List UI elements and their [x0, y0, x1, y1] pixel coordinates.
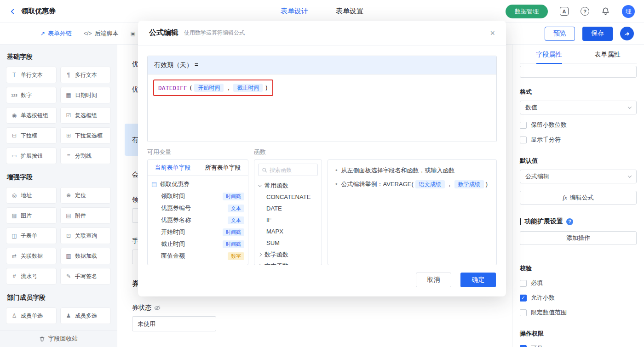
header-nav-tab[interactable]: 表单设置 — [336, 7, 363, 16]
function-search-input[interactable] — [270, 167, 314, 173]
formula-arg-pill[interactable]: 截止时间 — [233, 84, 263, 92]
checkbox[interactable] — [520, 295, 527, 301]
formula-editor: 有效期（天） = DATEDIFF ( 开始时间 ， 截止时间 ) — [147, 56, 497, 142]
toolbar-link[interactable]: </> 后端脚本 — [84, 29, 118, 38]
field-library-item[interactable]: 123 数字 — [6, 87, 57, 103]
section-bar — [520, 218, 521, 225]
modal-footer: 取消 确定 — [416, 273, 496, 287]
field-library-item[interactable]: ≡ 分割线 — [60, 148, 111, 164]
checkbox[interactable] — [520, 345, 527, 347]
function-item[interactable]: MAPX — [254, 226, 322, 237]
add-operation-button[interactable]: 添加操作 — [520, 231, 637, 245]
field-library-item[interactable]: ♙ 成员单选 — [6, 307, 57, 324]
function-group[interactable]: 数学函数 — [254, 249, 322, 260]
validation-option-row[interactable]: 限定数值范围 — [520, 308, 637, 317]
formula-arg-pill[interactable]: 开始时间 — [194, 84, 224, 92]
notification-bell-icon[interactable] — [601, 7, 610, 16]
field-library-item[interactable]: # 流水号 — [6, 268, 57, 284]
variable-row[interactable]: 优惠券名称 文本 — [151, 214, 244, 226]
variable-row[interactable]: 优惠券编号 文本 — [151, 202, 244, 214]
field-library-item[interactable]: ⇄ 关联数据 — [6, 248, 57, 264]
formula-content-area[interactable]: DATEDIFF ( 开始时间 ， 截止时间 ) — [148, 74, 496, 142]
help-icon[interactable]: ? — [581, 7, 589, 16]
variable-row[interactable]: 面值金额 数字 — [151, 250, 244, 262]
field-library-item[interactable]: ◎ 地址 — [6, 187, 57, 204]
default-value-select[interactable]: 公式编辑 — [520, 170, 637, 183]
bullet-icon — [335, 166, 338, 175]
data-manage-button[interactable]: 数据管理 — [506, 5, 548, 18]
validation-option-row[interactable]: 必填 — [520, 279, 637, 287]
validation-option-row[interactable]: 允许小数 — [520, 294, 637, 302]
variable-type-tag: 文本 — [228, 205, 244, 212]
field-library-item[interactable]: ♟ 成员多选 — [60, 307, 111, 324]
formula-target-label: 有效期（天） = — [148, 56, 496, 74]
preview-button[interactable]: 预览 — [545, 27, 575, 41]
permission-label: 操作权限 — [520, 330, 637, 338]
field-library-item[interactable]: ◫ 子表单 — [6, 228, 57, 244]
properties-tab[interactable]: 表单属性 — [578, 45, 637, 63]
variable-row[interactable]: 截止时间 时间戳 — [151, 238, 244, 250]
edit-formula-button[interactable]: fx 编辑公式 — [520, 191, 637, 205]
variable-row[interactable]: 开始时间 时间戳 — [151, 226, 244, 238]
format-option-row[interactable]: 保留小数位数 — [520, 121, 637, 129]
field-library-item[interactable]: ◉ 单选按钮组 — [6, 107, 57, 124]
toolbar-link[interactable]: ↗ 表单外链 — [40, 29, 72, 38]
close-icon[interactable]: × — [490, 29, 495, 37]
question-help-icon[interactable]: ? — [566, 218, 573, 225]
field-library-item[interactable]: ▤ 附件 — [60, 207, 111, 224]
field-library-item[interactable]: ⊞ 下拉复选框 — [60, 127, 111, 144]
checkbox-label: 必填 — [531, 279, 543, 287]
properties-tab[interactable]: 字段属性 — [520, 45, 578, 63]
variables-tab[interactable]: 当前表单字段 — [148, 160, 198, 175]
function-item[interactable]: CONCATENATE — [254, 191, 322, 203]
translate-icon[interactable]: A — [560, 7, 569, 16]
field-icon: # — [11, 273, 18, 279]
field-library-item[interactable]: ⊕ 定位 — [60, 187, 111, 204]
field-label: 图片 — [21, 212, 32, 220]
checkbox-label: 显示千分符 — [531, 136, 561, 144]
field-title-input[interactable] — [520, 66, 637, 78]
share-button[interactable] — [620, 27, 634, 40]
checkbox-label: 允许小数 — [531, 294, 555, 302]
field-library-item[interactable]: ▦ 日期时间 — [60, 87, 111, 103]
modal-body: 有效期（天） = DATEDIFF ( 开始时间 ， 截止时间 ) 可用变量 函… — [138, 46, 506, 265]
format-option-row[interactable]: 显示千分符 — [520, 136, 637, 144]
field-library-item[interactable]: ▨ 图片 — [6, 207, 57, 224]
checkbox[interactable] — [520, 137, 527, 143]
field-library-item[interactable]: ☑ 复选框组 — [60, 107, 111, 124]
user-avatar[interactable]: 理 — [622, 5, 635, 18]
checkbox[interactable] — [520, 280, 527, 287]
field-library-item[interactable]: ¶ 多行文本 — [60, 67, 111, 83]
checkbox-label: 保留小数位数 — [531, 121, 567, 129]
variable-row[interactable]: 领取时间 时间戳 — [151, 190, 244, 202]
format-select-value: 数值 — [525, 103, 537, 112]
field-library-item[interactable]: ▭ 扩展按钮 — [6, 148, 57, 164]
confirm-button[interactable]: 确定 — [460, 273, 496, 287]
form-root-node[interactable]: 领取优惠券 — [151, 178, 244, 190]
function-item[interactable]: IF — [254, 214, 322, 226]
header-nav-tab[interactable]: 表单设计 — [281, 7, 308, 16]
field-library-item[interactable]: ⊟ 下拉框 — [6, 127, 57, 144]
field-library-item[interactable]: ⊡ 关联查询 — [60, 228, 111, 244]
function-group-common[interactable]: 常用函数 — [254, 180, 322, 191]
field-library-item[interactable]: ✎ 手写签名 — [60, 268, 111, 284]
variables-tab[interactable]: 所有表单字段 — [198, 160, 248, 175]
field-recycle-bin[interactable]: 字段回收站 — [0, 330, 117, 347]
fx-icon: fx — [563, 194, 567, 201]
cancel-button[interactable]: 取消 — [416, 273, 451, 287]
checkbox[interactable] — [520, 309, 527, 316]
status-input[interactable] — [132, 316, 216, 331]
field-library-item[interactable]: T 单行文本 — [6, 67, 57, 83]
save-button[interactable]: 保存 — [582, 27, 613, 41]
format-select[interactable]: 数值 — [520, 101, 637, 114]
field-icon: ¶ — [65, 72, 72, 78]
function-group-label: 数学函数 — [264, 250, 288, 259]
recycle-bin-label: 字段回收站 — [48, 335, 78, 343]
field-icon: ⇄ — [11, 253, 18, 259]
checkbox[interactable] — [520, 122, 527, 129]
function-group[interactable]: 文本函数 — [254, 260, 322, 265]
field-library-item[interactable]: ▥ 数据加载 — [60, 248, 111, 264]
permission-option-row[interactable]: 可见 — [520, 344, 637, 347]
function-item[interactable]: DATE — [254, 203, 322, 214]
function-item[interactable]: SUM — [254, 237, 322, 249]
